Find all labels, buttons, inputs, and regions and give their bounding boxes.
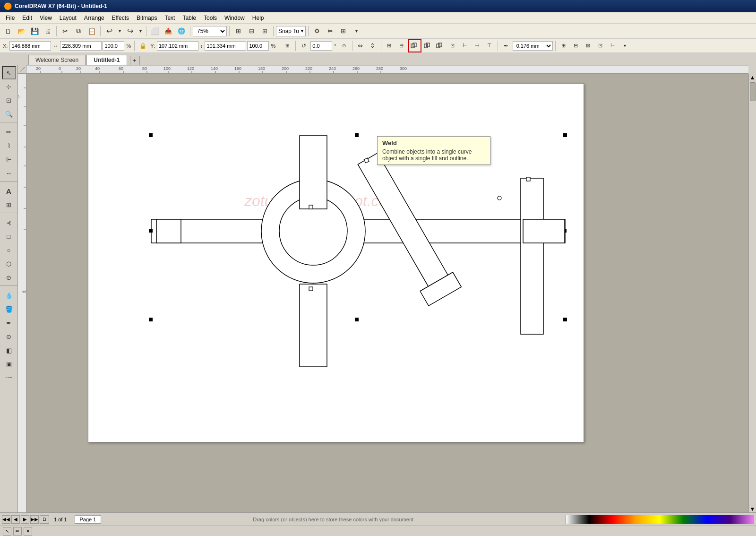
menu-item-bitmaps[interactable]: Bitmaps	[133, 14, 161, 22]
smart-tool[interactable]: ⌇	[2, 139, 16, 152]
copy-btn[interactable]: ⧉	[72, 25, 85, 37]
snap-arrow[interactable]: ▾	[301, 28, 303, 34]
scale-y-input[interactable]	[247, 41, 269, 51]
more-btn[interactable]: ▾	[351, 25, 363, 37]
align-btn[interactable]: ⊨	[324, 25, 336, 37]
no-scale-btn[interactable]: ⊞	[282, 40, 293, 52]
menu-item-effects[interactable]: Effects	[108, 14, 133, 22]
rect-tool[interactable]: □	[2, 230, 16, 243]
node-tool[interactable]: ⊹	[2, 80, 16, 93]
bottom-select-btn[interactable]: ↖	[3, 527, 11, 536]
menu-item-arrange[interactable]: Arrange	[80, 14, 108, 22]
redo-dropdown[interactable]: ▾	[137, 25, 144, 37]
back-minus-btn[interactable]: ⊣	[472, 40, 483, 52]
position2-btn[interactable]: ⊟	[396, 40, 407, 52]
undo-btn[interactable]: ↩	[103, 25, 115, 37]
parallel-tool[interactable]: ⊰	[2, 216, 16, 229]
select-tool[interactable]: ↖	[2, 66, 16, 79]
nav-last-btn[interactable]: ▶▶	[30, 515, 39, 524]
shadow-tool[interactable]: ▣	[2, 357, 16, 371]
spiral-tool[interactable]: ⊙	[2, 271, 16, 284]
publish-btn[interactable]: 🌐	[175, 25, 188, 37]
menu-item-text[interactable]: Text	[161, 14, 179, 22]
nav-first-btn[interactable]: ◀◀	[2, 515, 10, 524]
polygon-tool[interactable]: ⬡	[2, 257, 16, 270]
tab-add-btn[interactable]: +	[130, 56, 140, 65]
undo-dropdown[interactable]: ▾	[116, 25, 123, 37]
view-btn[interactable]: ⊟	[245, 25, 258, 37]
more2-btn[interactable]: ⊟	[570, 40, 582, 52]
menu-item-view[interactable]: View	[36, 14, 56, 22]
eyedropper-tool[interactable]: 💧	[2, 289, 16, 302]
more5-btn[interactable]: ⊢	[607, 40, 619, 52]
tab-untitled[interactable]: Untitled-1	[86, 55, 127, 65]
more3-btn[interactable]: ⊠	[583, 40, 594, 52]
mirror-v-btn[interactable]: ⇕	[367, 40, 378, 52]
menu-item-edit[interactable]: Edit	[18, 14, 36, 22]
menu-item-layout[interactable]: Layout	[56, 14, 80, 22]
zoom-tool[interactable]: 🔍	[2, 107, 16, 121]
cut-btn[interactable]: ✂	[59, 25, 71, 37]
new-btn[interactable]: 🗋	[2, 25, 14, 37]
fill-tool[interactable]: 🪣	[2, 303, 16, 316]
width-input[interactable]	[60, 41, 102, 51]
crop-tool[interactable]: ⊡	[2, 94, 16, 107]
extrude-tool[interactable]: ◧	[2, 344, 16, 357]
boundary-btn[interactable]: ⊤	[484, 40, 495, 52]
trim-btn[interactable]	[435, 40, 446, 52]
outline-tool[interactable]: ✒	[2, 316, 16, 329]
redo-btn[interactable]: ↪	[124, 25, 136, 37]
table-tool[interactable]: ⊞	[2, 198, 16, 211]
ellipse-tool[interactable]: ○	[2, 243, 16, 257]
bottom-pencil-btn[interactable]: ✏	[13, 527, 22, 536]
zoom-select[interactable]: 50% 75% 100% 150% 200%	[193, 26, 227, 36]
scroll-thumb[interactable]	[750, 82, 756, 101]
grid-btn[interactable]: ⊞	[258, 25, 271, 37]
save-btn[interactable]: 💾	[28, 25, 41, 37]
scrollbar-v[interactable]: ▲ ▼	[748, 74, 756, 512]
more4-btn[interactable]: ⊡	[595, 40, 606, 52]
menu-item-tools[interactable]: Tools	[200, 14, 221, 22]
rotate-input[interactable]	[310, 41, 332, 51]
text-tool[interactable]: A	[2, 184, 16, 198]
outline-width-select[interactable]: 0.176 mm 0.5 mm 1.0 mm	[513, 41, 553, 51]
menu-item-file[interactable]: File	[2, 14, 18, 22]
menu-item-table[interactable]: Table	[179, 14, 200, 22]
page-tab[interactable]: Page 1	[75, 515, 102, 524]
mirror-h-btn[interactable]: ⇔	[355, 40, 366, 52]
blend-tool[interactable]: ⊙	[2, 330, 16, 343]
front-minus-btn[interactable]: ⊢	[459, 40, 471, 52]
fit-page-btn[interactable]: ⊞	[232, 25, 244, 37]
nav-prev-btn[interactable]: ◀	[11, 515, 20, 524]
lock-ratio-btn[interactable]: 🔒	[137, 40, 148, 52]
menu-item-help[interactable]: Help	[249, 14, 268, 22]
bottom-close-btn[interactable]: ✕	[24, 527, 32, 536]
freehand-tool[interactable]: ✏	[2, 125, 16, 138]
y-input[interactable]	[157, 41, 198, 51]
x-input[interactable]	[9, 41, 51, 51]
options2-btn[interactable]: ⊞	[337, 25, 350, 37]
print-btn[interactable]: 🖨	[42, 25, 54, 37]
align-distribute-btn[interactable]: ⊞	[384, 40, 395, 52]
import-btn[interactable]: ⬜	[149, 25, 161, 37]
nav-add-page-btn[interactable]: 🗋	[40, 515, 49, 524]
weld-btn[interactable]	[408, 39, 421, 52]
intersect-btn[interactable]	[422, 40, 434, 52]
open-btn[interactable]: 📂	[15, 25, 27, 37]
paste-btn[interactable]: 📋	[86, 25, 98, 37]
scroll-down-btn[interactable]: ▼	[749, 505, 756, 512]
export-btn[interactable]: 📤	[162, 25, 174, 37]
options-btn[interactable]: ⚙	[311, 25, 323, 37]
scale-x-input[interactable]	[103, 41, 124, 51]
dimension-tool[interactable]: ⊩	[2, 153, 16, 166]
tab-welcome[interactable]: Welcome Screen	[28, 55, 86, 65]
scroll-up-btn[interactable]: ▲	[749, 74, 756, 81]
rotate-apply-btn[interactable]: ⊙	[338, 40, 350, 52]
menu-item-window[interactable]: Window	[221, 14, 249, 22]
more6-btn[interactable]: ▾	[619, 40, 631, 52]
height-input[interactable]	[205, 41, 246, 51]
connector-tool[interactable]: ↔	[2, 166, 16, 180]
simplify-btn[interactable]: ⊡	[447, 40, 458, 52]
canvas-area[interactable]: 20 0 20 40 60 80 100 120 140 160 180 200…	[18, 65, 756, 512]
nav-next-btn[interactable]: ▶	[21, 515, 29, 524]
